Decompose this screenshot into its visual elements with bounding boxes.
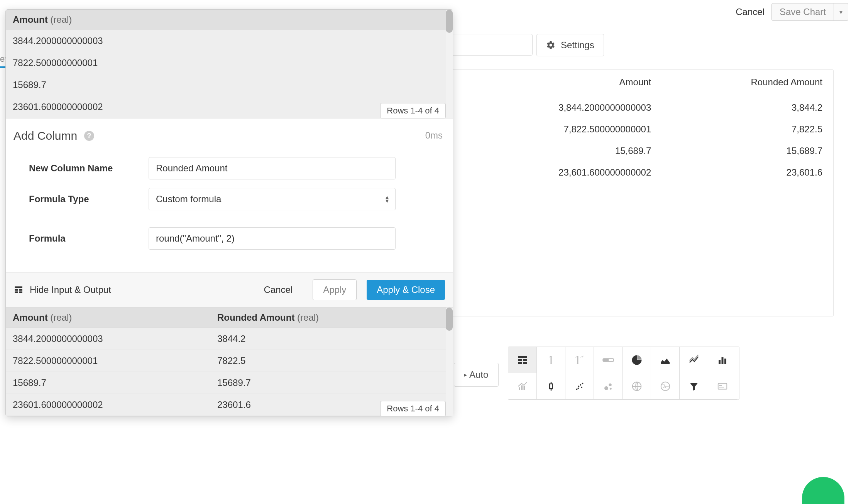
viz-trend-number-icon[interactable]: 1: [565, 347, 594, 373]
svg-point-16: [581, 386, 582, 388]
table-row: 7,822.5000000000017,822.5: [452, 118, 833, 140]
viz-card-icon[interactable]: [708, 373, 737, 399]
save-chart-group: Save Chart ▾: [771, 3, 848, 21]
table-row: 23,601.60000000000223,601.6: [452, 162, 833, 183]
preview-row: 3844.2000000000003: [6, 30, 453, 52]
new-column-label: New Column Name: [29, 163, 149, 174]
help-icon[interactable]: ?: [84, 131, 94, 141]
viz-boxplot-icon[interactable]: [537, 373, 565, 399]
scrollbar[interactable]: [446, 308, 453, 416]
viz-funnel-icon[interactable]: [680, 373, 708, 399]
viz-type-toolbar: 1 1: [508, 347, 739, 400]
results-table: Amount Rounded Amount 3,844.200000000000…: [452, 69, 834, 316]
settings-label: Settings: [561, 40, 594, 51]
svg-point-15: [582, 382, 583, 384]
chat-fab[interactable]: [802, 477, 844, 504]
table-row: 3,844.20000000000033,844.2: [452, 97, 833, 118]
auto-button[interactable]: ▸ Auto: [454, 363, 499, 387]
svg-point-17: [604, 386, 608, 390]
svg-rect-24: [719, 387, 724, 387]
preview-row: 3844.20000000000033844.2: [6, 328, 453, 350]
svg-rect-1: [603, 359, 609, 362]
preview-row: 7822.500000000001: [6, 52, 453, 74]
gear-icon: [546, 41, 555, 50]
output-col2-name[interactable]: Rounded Amount: [217, 312, 294, 323]
results-col-amount[interactable]: Amount: [452, 70, 662, 97]
preview-row: 15689.715689.7: [6, 372, 453, 394]
table-icon: [14, 285, 24, 295]
preview-row: 15689.7: [6, 74, 453, 96]
viz-globe-icon[interactable]: [623, 373, 651, 399]
cancel-button[interactable]: Cancel: [254, 280, 303, 300]
viz-pie-icon[interactable]: [623, 347, 651, 373]
formula-input[interactable]: [149, 227, 396, 250]
table-row: 15,689.715,689.7: [452, 140, 833, 162]
top-cancel-link[interactable]: Cancel: [736, 7, 765, 17]
timing-label: 0ms: [425, 130, 443, 141]
svg-point-19: [609, 387, 611, 389]
svg-rect-2: [719, 360, 721, 364]
output-col1-name[interactable]: Amount: [13, 312, 48, 323]
svg-rect-22: [718, 383, 727, 389]
viz-area-icon[interactable]: [651, 347, 680, 373]
input-col-type: (real): [50, 14, 72, 25]
save-chart-button[interactable]: Save Chart: [772, 3, 834, 20]
svg-rect-4: [724, 359, 726, 364]
svg-point-11: [576, 388, 577, 390]
viz-bubble-icon[interactable]: [594, 373, 623, 399]
save-chart-caret[interactable]: ▾: [834, 3, 848, 20]
chevron-right-icon: ▸: [464, 372, 467, 378]
svg-point-13: [577, 387, 579, 389]
output-rows-badge: Rows 1-4 of 4: [380, 401, 446, 416]
hide-io-label: Hide Input & Output: [30, 284, 111, 295]
apply-close-button[interactable]: Apply & Close: [367, 280, 445, 300]
chart-title-input[interactable]: [452, 34, 533, 56]
results-col-rounded[interactable]: Rounded Amount: [662, 70, 833, 97]
auto-label: Auto: [469, 369, 488, 380]
viz-choropleth-icon[interactable]: [651, 373, 680, 399]
svg-rect-6: [521, 385, 523, 390]
formula-type-select[interactable]: Custom formula: [149, 188, 396, 210]
new-column-input[interactable]: [149, 157, 396, 179]
preview-row: 7822.5000000000017822.5: [6, 350, 453, 372]
formula-label: Formula: [29, 233, 149, 244]
svg-point-12: [578, 386, 579, 387]
apply-button[interactable]: Apply: [313, 279, 357, 300]
viz-combo-icon[interactable]: [508, 373, 537, 399]
svg-rect-3: [722, 357, 724, 364]
viz-table-icon[interactable]: [508, 347, 537, 373]
viz-bignumber-icon[interactable]: 1: [537, 347, 565, 373]
input-col-name[interactable]: Amount: [13, 14, 48, 25]
add-column-popover: Amount (real) 3844.2000000000003 7822.50…: [5, 9, 453, 416]
viz-scatter-icon[interactable]: [565, 373, 594, 399]
output-col1-type: (real): [50, 312, 72, 323]
svg-point-14: [580, 384, 581, 386]
input-rows-badge: Rows 1-4 of 4: [380, 103, 446, 118]
svg-point-18: [609, 383, 612, 386]
viz-progress-icon[interactable]: [594, 347, 623, 373]
svg-rect-8: [550, 384, 553, 389]
dialog-title: Add Column: [14, 129, 77, 142]
output-col2-type: (real): [297, 312, 319, 323]
svg-rect-7: [523, 386, 525, 390]
output-preview: Amount (real) Rounded Amount (real) 3844…: [6, 307, 453, 416]
svg-rect-5: [519, 387, 520, 390]
viz-line-icon[interactable]: [680, 347, 708, 373]
settings-button[interactable]: Settings: [536, 34, 604, 56]
scrollbar[interactable]: [446, 10, 453, 118]
hide-io-toggle[interactable]: Hide Input & Output: [14, 284, 111, 295]
svg-rect-23: [719, 385, 722, 386]
input-preview: Amount (real) 3844.2000000000003 7822.50…: [6, 10, 453, 118]
formula-type-label: Formula Type: [29, 194, 149, 205]
viz-bar-icon[interactable]: [708, 347, 737, 373]
